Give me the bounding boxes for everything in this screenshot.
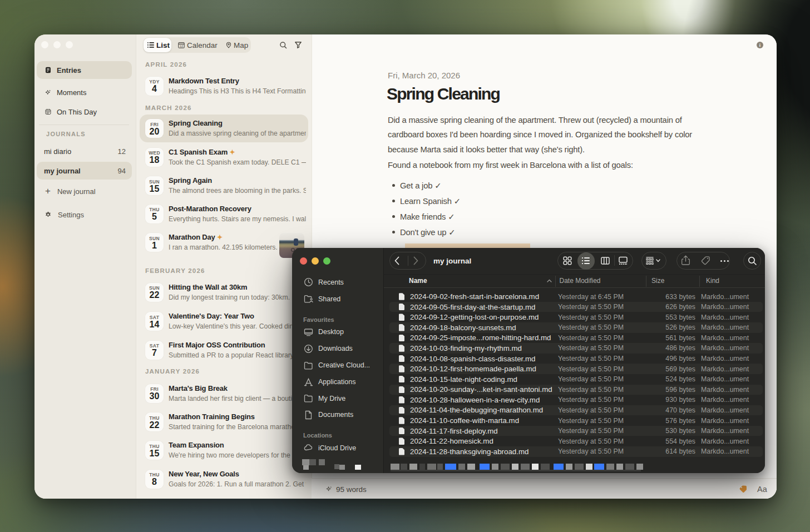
svg-text:12: 12 — [180, 44, 183, 48]
